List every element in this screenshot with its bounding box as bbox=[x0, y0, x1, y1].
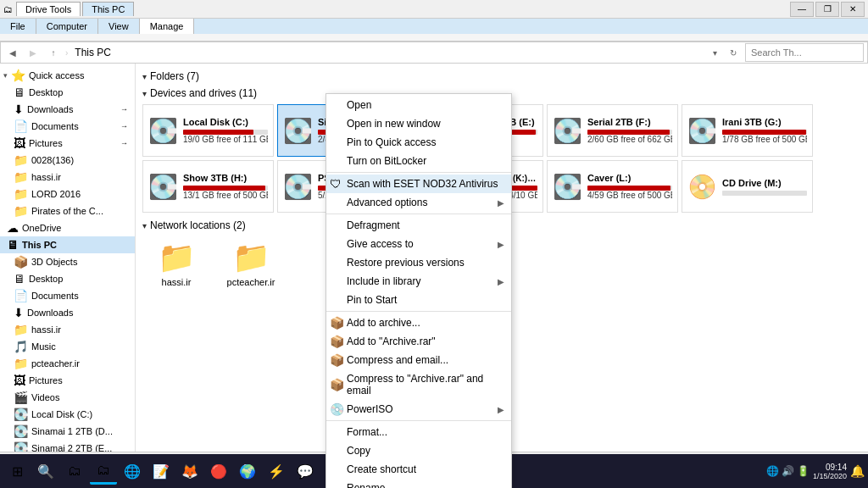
ctx-restore-versions[interactable]: Restore previous versions bbox=[326, 253, 511, 272]
ctx-compress-archive-email[interactable]: 📦 Compress to "Archive.rar" and email bbox=[326, 369, 511, 400]
sidebar-item-pictures1[interactable]: 🖼Pictures→ bbox=[0, 135, 135, 152]
ribbon-tab-manage[interactable]: Manage bbox=[140, 19, 195, 34]
maximize-button[interactable]: ❐ bbox=[815, 2, 839, 17]
sidebar-item-documents2[interactable]: 📄Documents bbox=[0, 287, 135, 304]
sidebar-quick-access[interactable]: ▾ ⭐ Quick access bbox=[0, 67, 135, 84]
network-folder-hassi[interactable]: 📁 hassi.ir bbox=[142, 236, 210, 291]
sidebar-item-pictures2[interactable]: 🖼Pictures bbox=[0, 372, 135, 389]
ribbon-tab-view[interactable]: View bbox=[98, 19, 140, 34]
sidebar-item-this-pc[interactable]: 🖥This PC bbox=[0, 236, 135, 253]
ctx-give-access[interactable]: Give access to ▶ bbox=[326, 235, 511, 253]
refresh-button[interactable]: ↻ bbox=[725, 44, 742, 61]
forward-button[interactable]: ▶ bbox=[25, 44, 42, 61]
sidebar-item-lord[interactable]: 📁LORD 2016 bbox=[0, 186, 135, 202]
sidebar-item-onedrive[interactable]: ☁OneDrive bbox=[0, 219, 135, 236]
folders-toggle[interactable]: ▾ bbox=[142, 72, 147, 81]
thunder-taskbar[interactable]: ⚡ bbox=[263, 458, 290, 485]
sidebar-item-documents1[interactable]: 📄Documents→ bbox=[0, 118, 135, 135]
msg-taskbar[interactable]: 💬 bbox=[292, 458, 319, 485]
edge-taskbar[interactable]: 🌐 bbox=[119, 458, 146, 485]
close-button[interactable]: ✕ bbox=[841, 2, 865, 17]
ctx-turn-on-bitlocker[interactable]: Turn on BitLocker bbox=[326, 152, 511, 170]
notification-button[interactable]: 🔔 bbox=[850, 464, 865, 478]
sidebar-item-3d[interactable]: 📦3D Objects bbox=[0, 253, 135, 270]
title-bar: 🗂 Drive Tools This PC — ❐ ✕ bbox=[0, 0, 868, 19]
back-button[interactable]: ◀ bbox=[4, 44, 21, 61]
file-explorer-taskbar[interactable]: 🗂 bbox=[90, 458, 117, 485]
sidebar-item-0028[interactable]: 📁0028(136) bbox=[0, 152, 135, 169]
sidebar-item-hassi[interactable]: 📁hassi.ir bbox=[0, 169, 135, 186]
drive-info-l: Caver (L:) 4/59 GB free of 500 GB bbox=[587, 173, 672, 200]
sidebar-label-quick-access: Quick access bbox=[29, 70, 84, 80]
sidebar-item-videos[interactable]: 🎬Videos bbox=[0, 389, 135, 406]
sidebar-item-downloads1[interactable]: ⬇Downloads→ bbox=[0, 101, 135, 118]
network-toggle[interactable]: ▾ bbox=[142, 221, 147, 230]
ctx-poweriso[interactable]: 💿 PowerISO ▶ bbox=[326, 400, 511, 419]
ctx-create-shortcut[interactable]: Create shortcut bbox=[326, 460, 511, 479]
address-dropdown[interactable]: ▾ bbox=[706, 44, 723, 61]
ctx-defragment[interactable]: Defragment bbox=[326, 216, 511, 235]
drive-show-h[interactable]: 💽 Show 3TB (H:) 13/1 GB free of 500 GB bbox=[142, 160, 274, 213]
task-view-button[interactable]: 🗂 bbox=[61, 458, 88, 485]
sidebar-item-pirates[interactable]: 📁Pirates of the C... bbox=[0, 202, 135, 219]
ctx-rename[interactable]: Rename bbox=[326, 479, 511, 488]
drive-cd-m[interactable]: 📀 CD Drive (M:) bbox=[682, 160, 813, 213]
firefox-taskbar[interactable]: 🦊 bbox=[176, 458, 203, 485]
sidebar-item-desktop2[interactable]: 🖥Desktop bbox=[0, 270, 135, 287]
3d-icon: 📦 bbox=[14, 255, 28, 269]
sidebar-item-desktop1[interactable]: 🖥Desktop bbox=[0, 84, 135, 101]
search-input[interactable] bbox=[745, 43, 864, 62]
ctx-compress-email[interactable]: 📦 Compress and email... bbox=[326, 351, 511, 369]
sidebar-item-sinamai1[interactable]: 💽Sinamai 1 2TB (D... bbox=[0, 423, 135, 440]
arrow-icon: → bbox=[120, 105, 128, 114]
ctx-scan-eset[interactable]: 🛡 Scan with ESET NOD32 Antivirus bbox=[326, 175, 511, 193]
title-bar-tabs: Drive Tools This PC bbox=[16, 2, 134, 16]
drive-name-l: Caver (L:) bbox=[587, 173, 672, 183]
network-folder-pcteacher[interactable]: 📁 pcteacher.ir bbox=[217, 236, 285, 291]
ctx-pin-quick-access-label: Pin to Quick access bbox=[347, 136, 436, 148]
archive-icon2: 📦 bbox=[330, 335, 344, 348]
ctx-open-new-window[interactable]: Open in new window bbox=[326, 114, 511, 133]
sidebar-item-downloads2[interactable]: ⬇Downloads bbox=[0, 304, 135, 321]
drive-caver-l[interactable]: 💽 Caver (L:) 4/59 GB free of 500 GB bbox=[547, 160, 678, 213]
word-taskbar[interactable]: 📝 bbox=[147, 458, 175, 485]
up-button[interactable]: ↑ bbox=[45, 44, 62, 61]
ctx-pin-quick-access[interactable]: Pin to Quick access bbox=[326, 133, 511, 152]
ctx-include-library[interactable]: Include in library ▶ bbox=[326, 272, 511, 291]
sidebar-item-hassi2[interactable]: 📁hassi.ir bbox=[0, 321, 135, 338]
sidebar-item-sinamai2[interactable]: 💽Sinamai 2 2TB (E... bbox=[0, 440, 135, 452]
ctx-format[interactable]: Format... bbox=[326, 423, 511, 441]
sidebar-item-pcteacher[interactable]: 📁pcteacher.ir bbox=[0, 355, 135, 372]
opera-taskbar[interactable]: 🔴 bbox=[205, 458, 232, 485]
disk-icon-c: 💽 bbox=[148, 117, 178, 145]
sidebar-item-local-disk[interactable]: 💽Local Disk (C:) bbox=[0, 406, 135, 423]
minimize-button[interactable]: — bbox=[790, 2, 814, 17]
devices-toggle[interactable]: ▾ bbox=[142, 89, 147, 98]
drive-local-c[interactable]: 💽 Local Disk (C:) 19/0 GB free of 111 GB bbox=[142, 104, 274, 157]
address-path[interactable]: This PC bbox=[71, 45, 703, 60]
sidebar-item-music[interactable]: 🎵Music bbox=[0, 338, 135, 355]
tab-this-pc[interactable]: This PC bbox=[82, 2, 134, 16]
chrome-taskbar[interactable]: 🌍 bbox=[234, 458, 261, 485]
desktop-icon2: 🖥 bbox=[14, 272, 25, 286]
ctx-pin-start[interactable]: Pin to Start bbox=[326, 291, 511, 309]
tab-drive-tools[interactable]: Drive Tools bbox=[16, 2, 81, 16]
ctx-advanced-options[interactable]: Advanced options ▶ bbox=[326, 193, 511, 212]
ctx-add-archive[interactable]: 📦 Add to archive... bbox=[326, 313, 511, 332]
start-button[interactable]: ⊞ bbox=[3, 458, 31, 485]
disk-icon-h: 💽 bbox=[148, 173, 178, 201]
ctx-add-archive-rar[interactable]: 📦 Add to "Archive.rar" bbox=[326, 332, 511, 351]
drive-irani-g[interactable]: 💽 Irani 3TB (G:) 1/78 GB free of 500 GB bbox=[682, 104, 813, 157]
search-taskbar-button[interactable]: 🔍 bbox=[32, 458, 59, 485]
ctx-copy[interactable]: Copy bbox=[326, 441, 511, 460]
drive-serial-f[interactable]: 💽 Serial 2TB (F:) 2/60 GB free of 662 GB bbox=[547, 104, 678, 157]
ribbon-tab-computer[interactable]: Computer bbox=[36, 19, 98, 34]
drive-free-l: 4/59 GB free of 500 GB bbox=[587, 191, 672, 200]
ribbon-tab-file[interactable]: File bbox=[0, 19, 36, 34]
ctx-open[interactable]: Open bbox=[326, 96, 511, 114]
ctx-rename-label: Rename bbox=[347, 482, 385, 488]
archive-icon3: 📦 bbox=[330, 353, 344, 367]
drive-free-c: 19/0 GB free of 111 GB bbox=[183, 135, 268, 144]
chevron-down-icon: ▾ bbox=[3, 71, 8, 80]
folder-icon: 📁 bbox=[14, 153, 28, 167]
